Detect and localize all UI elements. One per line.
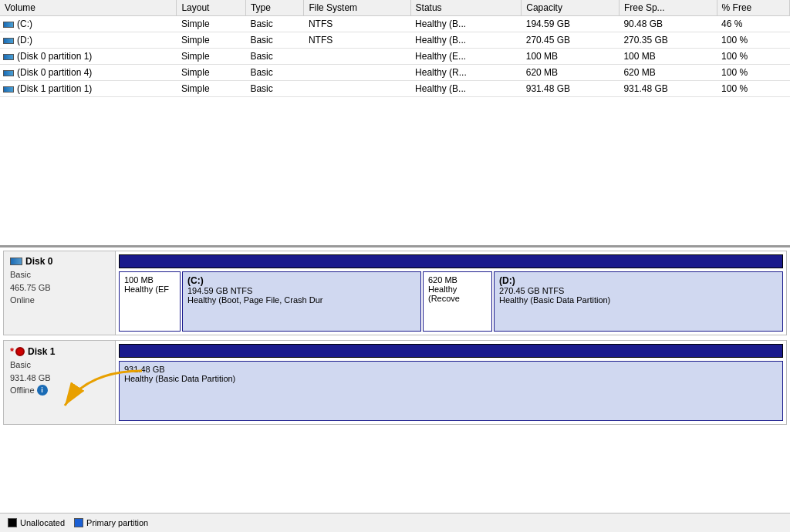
cell-capacity: 270.45 GB xyxy=(522,32,620,49)
table-header-row: Volume Layout Type File System Status Ca… xyxy=(0,0,790,16)
cell-status: Healthy (B... xyxy=(410,32,522,49)
cell-layout: Simple xyxy=(177,49,246,65)
disk0-part1-size: 100 MB xyxy=(124,275,175,285)
disk0-part4-size: 620 MB xyxy=(428,275,487,285)
disk0-type: Basic xyxy=(10,268,109,281)
col-filesystem: File System xyxy=(304,0,410,16)
disk0-part1-status: Healthy (EF xyxy=(124,285,175,294)
disk0-partition-d[interactable]: (D:) 270.45 GB NTFS Healthy (Basic Data … xyxy=(494,271,783,332)
disk0-size: 465.75 GB xyxy=(10,281,109,295)
disks-area[interactable]: Disk 0 Basic 465.75 GB Online 100 MB Hea… xyxy=(0,247,790,511)
cell-status: Healthy (B... xyxy=(410,16,522,32)
disk0-name: Disk 0 xyxy=(25,256,52,267)
disk0-part4-status: Healthy (Recove xyxy=(428,285,487,303)
disk0-label: Disk 0 Basic 465.75 GB Online xyxy=(3,251,115,335)
cell-filesystem: NTFS xyxy=(304,16,410,32)
cell-filesystem xyxy=(304,81,410,97)
cell-freespace: 620 MB xyxy=(619,65,717,81)
cell-filesystem xyxy=(304,65,410,81)
disk-legend: Unallocated Primary partition xyxy=(0,513,790,532)
cell-volume: (Disk 1 partition 1) xyxy=(0,81,177,97)
cell-status: Healthy (B... xyxy=(410,81,522,97)
disk0-partc-status: Healthy (Boot, Page File, Crash Dur xyxy=(187,295,416,305)
disk0-visual: 100 MB Healthy (EF (C:) 194.59 GB NTFS H… xyxy=(115,251,787,335)
disk1-partitions: 931.48 GB Healthy (Basic Data Partition) xyxy=(116,359,786,424)
disk0-partition-4[interactable]: 620 MB Healthy (Recove xyxy=(423,271,492,332)
legend-unallocated: Unallocated xyxy=(8,518,65,527)
cell-filesystem: NTFS xyxy=(304,32,410,49)
legend-primary-box xyxy=(74,518,83,527)
table-row[interactable]: (Disk 0 partition 4)SimpleBasicHealthy (… xyxy=(0,65,790,81)
cell-freespace: 931.48 GB xyxy=(619,81,717,97)
cell-percentfree: 46 % xyxy=(717,16,789,32)
disk1-label: * Disk 1 Basic 931.48 GB Offline i xyxy=(3,340,115,425)
disk1-status-text: Offline xyxy=(10,384,35,397)
volume-list-panel: Volume Layout Type File System Status Ca… xyxy=(0,0,790,247)
cell-layout: Simple xyxy=(177,65,246,81)
table-row[interactable]: (Disk 0 partition 1)SimpleBasicHealthy (… xyxy=(0,49,790,65)
disk-visual-panel: Disk 0 Basic 465.75 GB Online 100 MB Hea… xyxy=(0,247,790,532)
volume-icon xyxy=(3,54,14,60)
disk0-bar-header xyxy=(119,254,783,268)
cell-capacity: 100 MB xyxy=(522,49,620,65)
disk0-title: Disk 0 xyxy=(10,256,109,267)
col-layout: Layout xyxy=(177,0,246,16)
cell-volume: (Disk 0 partition 1) xyxy=(0,49,177,65)
disk0-info: Basic 465.75 GB Online xyxy=(10,268,109,307)
cell-volume: (Disk 0 partition 4) xyxy=(0,65,177,81)
disk1-partition-1[interactable]: 931.48 GB Healthy (Basic Data Partition) xyxy=(119,361,783,421)
disk0-partc-name: (C:) xyxy=(187,275,416,286)
cell-capacity: 620 MB xyxy=(522,65,620,81)
table-row[interactable]: (D:)SimpleBasicNTFSHealthy (B...270.45 G… xyxy=(0,32,790,49)
disk0-entry: Disk 0 Basic 465.75 GB Online 100 MB Hea… xyxy=(3,251,787,335)
legend-unallocated-box xyxy=(8,518,17,527)
volume-icon xyxy=(3,70,14,76)
table-row[interactable]: (C:)SimpleBasicNTFSHealthy (B...194.59 G… xyxy=(0,16,790,32)
cell-type: Basic xyxy=(245,81,303,97)
cell-percentfree: 100 % xyxy=(717,49,789,65)
disk1-status-badge: Offline i xyxy=(10,384,48,397)
volume-icon xyxy=(3,22,14,28)
disk0-status: Online xyxy=(10,294,109,307)
disk0-partc-size: 194.59 GB NTFS xyxy=(187,286,416,295)
disk0-partition-c[interactable]: (C:) 194.59 GB NTFS Healthy (Boot, Page … xyxy=(182,271,421,332)
cell-percentfree: 100 % xyxy=(717,65,789,81)
disk1-entry: * Disk 1 Basic 931.48 GB Offline i xyxy=(3,340,787,425)
table-row[interactable]: (Disk 1 partition 1)SimpleBasicHealthy (… xyxy=(0,81,790,97)
cell-freespace: 270.35 GB xyxy=(619,32,717,49)
cell-type: Basic xyxy=(245,16,303,32)
cell-freespace: 100 MB xyxy=(619,49,717,65)
cell-type: Basic xyxy=(245,32,303,49)
col-type: Type xyxy=(245,0,303,16)
cell-filesystem xyxy=(304,49,410,65)
disk0-partd-name: (D:) xyxy=(499,275,778,286)
disk1-part1-status: Healthy (Basic Data Partition) xyxy=(124,374,778,383)
disk1-type: Basic xyxy=(10,359,109,372)
cell-type: Basic xyxy=(245,49,303,65)
disk1-offline-star: * xyxy=(10,345,14,357)
disk1-part1-size: 931.48 GB xyxy=(124,365,778,374)
cell-status: Healthy (R... xyxy=(410,65,522,81)
disk1-size: 931.48 GB xyxy=(10,372,109,385)
col-capacity: Capacity xyxy=(522,0,620,16)
disk1-title: * Disk 1 xyxy=(10,345,109,357)
disk1-info: Basic 931.48 GB Offline i xyxy=(10,359,109,397)
col-volume: Volume xyxy=(0,0,177,16)
col-status: Status xyxy=(410,0,522,16)
cell-capacity: 194.59 GB xyxy=(522,16,620,32)
disk0-partition-1[interactable]: 100 MB Healthy (EF xyxy=(119,271,181,332)
cell-percentfree: 100 % xyxy=(717,32,789,49)
col-freespace: Free Sp... xyxy=(619,0,717,16)
volume-icon xyxy=(3,86,14,93)
disk1-info-icon[interactable]: i xyxy=(37,385,48,396)
disk1-error-icon xyxy=(15,347,25,356)
cell-layout: Simple xyxy=(177,16,246,32)
cell-layout: Simple xyxy=(177,81,246,97)
legend-primary: Primary partition xyxy=(74,518,148,527)
cell-percentfree: 100 % xyxy=(717,81,789,97)
disk0-partd-status: Healthy (Basic Data Partition) xyxy=(499,295,778,305)
disk1-name: Disk 1 xyxy=(28,346,55,357)
cell-status: Healthy (E... xyxy=(410,49,522,65)
volume-icon xyxy=(3,38,14,44)
cell-volume: (C:) xyxy=(0,16,177,32)
